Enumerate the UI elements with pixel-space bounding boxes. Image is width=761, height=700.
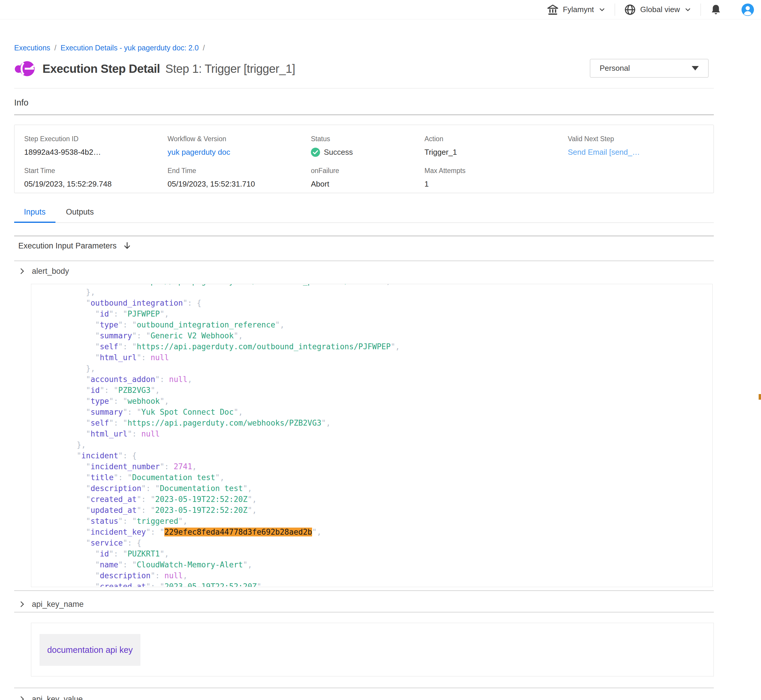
- field-label: End Time: [168, 167, 311, 175]
- code-line: "id": "PUZKRT1",: [49, 548, 712, 559]
- code-line: "created_at": "2023-05-19T22:52:20Z",: [49, 581, 712, 587]
- workflow-logo-icon: [14, 59, 36, 78]
- field-end-time: End Time 05/19/2023, 15:52:31.710: [168, 167, 311, 189]
- param-row-api-key-value[interactable]: api_key_value: [18, 693, 83, 700]
- api-key-name-value-panel: documentation api key: [31, 623, 714, 677]
- notifications-bell-icon[interactable]: [710, 3, 722, 16]
- view-label: Global view: [640, 5, 680, 14]
- field-label: Action: [424, 135, 568, 143]
- globe-icon: [624, 3, 636, 16]
- divider: [14, 114, 714, 115]
- code-line: "status": "triggered",: [49, 516, 712, 527]
- field-workflow-version: Workflow & Version yuk pagerduty doc: [168, 135, 311, 157]
- code-line: "summary": "Yuk Spot Connect Doc",: [49, 407, 712, 418]
- tab-inputs[interactable]: Inputs: [14, 206, 55, 223]
- field-label: Status: [311, 135, 424, 143]
- next-step-link[interactable]: Send Email [send_…: [568, 148, 714, 157]
- chevron-right-icon: [18, 600, 26, 608]
- param-row-label: api_key_name: [32, 600, 84, 609]
- breadcrumb: Executions / Execution Details - yuk pag…: [14, 44, 205, 52]
- top-bar: Fylamynt Global view: [0, 0, 761, 19]
- code-line: "id": "PJFWPEP",: [49, 309, 712, 319]
- success-check-icon: [311, 148, 320, 157]
- scope-select[interactable]: Personal: [590, 59, 708, 78]
- breadcrumb-executions[interactable]: Executions: [14, 44, 50, 52]
- scope-select-value: Personal: [600, 64, 630, 73]
- field-value: Abort: [311, 180, 424, 189]
- code-line: "outbound_integration": {: [49, 298, 712, 309]
- code-line: "name": "CloudWatch-Memory-Alert",: [49, 559, 712, 570]
- execution-input-parameters-header: Execution Input Parameters: [18, 241, 132, 250]
- field-label: onFailure: [311, 167, 424, 175]
- bank-icon: [547, 4, 559, 16]
- field-label: Workflow & Version: [168, 135, 311, 143]
- api-key-chip[interactable]: documentation api key: [39, 634, 140, 666]
- field-status: Status Success: [311, 135, 424, 157]
- view-switcher[interactable]: Global view: [624, 3, 692, 16]
- code-line: "description": "Documentation test",: [49, 483, 712, 494]
- chevron-right-icon: [18, 267, 26, 275]
- code-line: "summary": "Generic V2 Webhook",: [49, 330, 712, 341]
- param-row-label: alert_body: [32, 267, 69, 276]
- code-line: "self": "https://api.pagerduty.com/outbo…: [49, 341, 712, 352]
- info-card: Step Execution ID 18992a43-9538-4b2… Wor…: [14, 125, 714, 193]
- code-line: },: [49, 287, 712, 298]
- header-divider: [615, 3, 615, 16]
- field-value: 05/19/2023, 15:52:29.748: [24, 180, 168, 189]
- code-line: "created_at": "2023-05-19T22:52:20Z",: [49, 494, 712, 505]
- code-line: "title": "Documentation test",: [49, 472, 712, 483]
- workflow-link[interactable]: yuk pagerduty doc: [168, 148, 311, 157]
- code-line: "accounts_addon": null,: [49, 374, 712, 385]
- code-line: "service": {: [49, 538, 712, 548]
- status-badge: Success: [324, 148, 353, 157]
- page-title: Execution Step Detail: [42, 62, 160, 75]
- field-max-attempts: Max Attempts 1: [424, 167, 568, 189]
- field-valid-next-step: Valid Next Step Send Email [send_…: [568, 135, 714, 157]
- param-row-label: api_key_value: [32, 695, 83, 700]
- org-label: Fylamynt: [563, 5, 594, 14]
- info-heading: Info: [14, 98, 28, 108]
- field-on-failure: onFailure Abort: [311, 167, 424, 189]
- field-label: Step Execution ID: [24, 135, 168, 143]
- code-line: },: [49, 439, 712, 450]
- breadcrumb-separator: /: [54, 44, 56, 52]
- scrollbar-search-marker: [759, 394, 761, 400]
- param-row-alert-body[interactable]: alert_body: [18, 265, 69, 278]
- code-line: "description": null,: [49, 570, 712, 581]
- divider: [14, 612, 714, 612]
- code-line: "incident_key": "229efec8feda44778d3fe69…: [49, 527, 712, 538]
- code-line: },: [49, 363, 712, 374]
- api-key-chip-label: documentation api key: [47, 645, 133, 655]
- header-divider: [700, 3, 701, 16]
- page-subtitle: Step 1: Trigger [trigger_1]: [165, 62, 295, 75]
- field-value: 18992a43-9538-4b2…: [24, 148, 168, 157]
- user-avatar[interactable]: [741, 3, 755, 17]
- org-switcher[interactable]: Fylamynt: [547, 4, 606, 16]
- code-line: "html_url": null: [49, 352, 712, 363]
- divider: [14, 591, 714, 591]
- code-line: "self": "https://api.pagerduty.com/escal…: [49, 284, 712, 287]
- json-code-viewer[interactable]: "self": "https://api.pagerduty.com/escal…: [31, 284, 712, 587]
- arrow-down-icon[interactable]: [122, 241, 132, 250]
- divider: [14, 688, 714, 688]
- code-line: "self": "https://api.pagerduty.com/webho…: [49, 418, 712, 428]
- param-row-api-key-name[interactable]: api_key_name: [18, 598, 84, 611]
- field-value: 1: [424, 180, 568, 189]
- chevron-down-icon: [684, 6, 692, 14]
- code-line: "updated_at": "2023-05-19T22:52:20Z",: [49, 505, 712, 516]
- field-label: Valid Next Step: [568, 135, 714, 143]
- code-line: "type": "outbound_integration_reference"…: [49, 319, 712, 330]
- field-value: Trigger_1: [424, 148, 568, 157]
- code-line: "type": "webhook",: [49, 396, 712, 407]
- params-heading: Execution Input Parameters: [18, 241, 116, 250]
- code-line: "html_url": null: [49, 428, 712, 439]
- page-header: Execution Step Detail Step 1: Trigger [t…: [14, 59, 295, 78]
- breadcrumb-execution-details[interactable]: Execution Details - yuk pagerduty doc: 2…: [61, 44, 199, 52]
- code-line: "id": "PZB2VG3",: [49, 385, 712, 396]
- code-block-pre: "self": "https://api.pagerduty.com/escal…: [31, 284, 712, 587]
- chevron-right-icon: [18, 695, 26, 700]
- tab-outputs[interactable]: Outputs: [55, 206, 105, 223]
- field-start-time: Start Time 05/19/2023, 15:52:29.748: [24, 167, 168, 189]
- breadcrumb-separator: /: [203, 44, 205, 52]
- divider: [14, 261, 714, 261]
